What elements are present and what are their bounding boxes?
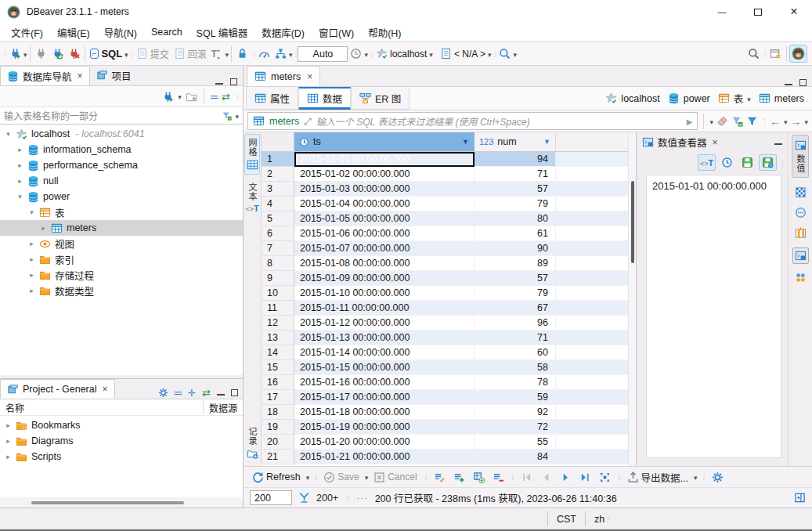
tree-item-Diagrams[interactable]: ▸Diagrams [0, 433, 243, 449]
tab-database-navigator[interactable]: 数据库导航 [0, 66, 90, 85]
tree-item-localhost[interactable]: ▾localhost- localhost:6041 [0, 126, 243, 142]
grid-cell-num[interactable]: 84 [475, 450, 556, 464]
grid-cell-ts[interactable]: 2015-01-12 00:00:00.000 [294, 316, 475, 331]
row-number-cell[interactable]: 17 [262, 390, 294, 405]
tree-item-表[interactable]: ▾表 [0, 204, 243, 220]
grid-cell-empty[interactable] [556, 271, 628, 286]
navigator-new-connection-button[interactable] [162, 91, 174, 103]
row-number-cell[interactable]: 13 [262, 331, 294, 345]
chevron-right-icon[interactable]: ▸ [16, 146, 23, 154]
menu-item-3[interactable]: Search [144, 25, 189, 39]
grid-cell-ts[interactable]: 2015-01-17 00:00:00.000 [294, 390, 475, 405]
history-button[interactable] [348, 45, 364, 62]
menu-item-6[interactable]: 窗口(W) [312, 23, 361, 42]
menu-item-4[interactable]: SQL 编辑器 [189, 23, 255, 42]
breadcrumb-dropdown[interactable] [747, 93, 751, 104]
tree-item-Bookmarks[interactable]: ▸Bookmarks [0, 417, 243, 433]
toggle-panels-button[interactable] [794, 492, 806, 504]
grid-vertical-scrollbar[interactable] [628, 132, 636, 466]
tree-item-存储过程[interactable]: ▸存储过程 [0, 267, 243, 283]
panel-tab-value[interactable]: 数值 [792, 135, 809, 178]
grid-cell-ts[interactable]: 2015-01-15 00:00:00.000 [294, 360, 475, 375]
grid-cell-empty[interactable] [556, 211, 628, 226]
grid-cell-empty[interactable] [556, 316, 628, 331]
quick-search-dropdown[interactable] [513, 49, 517, 60]
view-menu-grip[interactable] [234, 92, 240, 100]
collapse-all-icon[interactable] [211, 91, 218, 103]
row-number-cell[interactable]: 5 [262, 211, 294, 226]
chevron-right-icon[interactable]: ▸ [5, 437, 12, 445]
disconnect-button[interactable] [66, 45, 82, 62]
row-number-cell[interactable]: 19 [262, 420, 294, 435]
grid-cell-ts[interactable]: 2015-01-11 00:00:00.000 [294, 301, 475, 316]
grid-cell-num[interactable]: 67 [475, 301, 556, 316]
row-number-cell[interactable]: 8 [262, 256, 294, 271]
previous-row-button[interactable] [538, 469, 554, 486]
grid-cell-empty[interactable] [556, 241, 628, 256]
tree-item-power[interactable]: ▾power [0, 189, 243, 204]
presentation-tab-text[interactable]: 文本 <>T [244, 179, 259, 216]
grid-cell-empty[interactable] [556, 331, 628, 345]
grid-cell-ts[interactable]: 2015-01-03 00:00:00.000 [294, 182, 475, 197]
transaction-dropdown[interactable] [225, 49, 229, 60]
maximize-panel-icon[interactable] [231, 389, 238, 396]
grid-cell-num[interactable]: 94 [475, 152, 556, 167]
grid-cell-empty[interactable] [556, 167, 628, 182]
value-viewer-toggle-button[interactable] [792, 247, 809, 264]
grid-cell-num[interactable]: 60 [475, 345, 556, 360]
grid-cell-ts[interactable]: 2015-01-07 00:00:00.000 [294, 241, 475, 256]
navigator-new-connection-dropdown[interactable] [178, 91, 182, 102]
fetch-size-input[interactable]: 200 [250, 490, 292, 505]
tree-item-数据类型[interactable]: ▸数据类型 [0, 283, 243, 298]
grid-cell-num[interactable]: 79 [475, 197, 556, 211]
grid-cell-empty[interactable] [556, 420, 628, 435]
collapse-all-icon[interactable] [175, 387, 182, 399]
first-row-button[interactable] [518, 469, 535, 486]
grid-cell-num[interactable]: 90 [475, 241, 556, 256]
gear-icon[interactable] [158, 388, 168, 398]
grid-cell-empty[interactable] [556, 390, 628, 405]
panel-menu-grip[interactable] [779, 159, 785, 167]
row-number-cell[interactable]: 15 [262, 360, 294, 375]
network-button[interactable] [272, 45, 289, 62]
reconnect-button[interactable] [49, 45, 66, 62]
column-header-name[interactable]: 名称 [5, 401, 24, 414]
rollback-button[interactable]: 回滚 [171, 45, 209, 63]
minimize-panel-icon[interactable] [217, 390, 225, 396]
grid-cell-ts[interactable]: 2015-01-16 00:00:00.000 [294, 375, 475, 390]
row-number-cell[interactable]: 2 [262, 167, 294, 182]
grid-cell-ts[interactable]: 2015-01-13 00:00:00.000 [294, 331, 475, 345]
maximize-window-button[interactable] [740, 0, 776, 23]
chevron-down-icon[interactable]: ▾ [5, 130, 12, 138]
column-header-num[interactable]: 123 num [475, 132, 556, 151]
grid-cell-empty[interactable] [556, 301, 628, 316]
grid-cell-empty[interactable] [556, 197, 628, 211]
refresh-button[interactable]: Refresh [250, 469, 303, 486]
duplicate-row-button[interactable] [471, 469, 487, 486]
save-filter-button[interactable] [731, 115, 743, 127]
row-number-cell[interactable]: 6 [262, 226, 294, 241]
grid-cell-num[interactable]: 96 [475, 316, 556, 331]
menu-item-2[interactable]: 导航(N) [97, 23, 144, 42]
horizontal-scrollbar[interactable] [0, 497, 243, 508]
close-tab-icon[interactable] [307, 71, 312, 82]
last-row-button[interactable] [577, 469, 594, 486]
tab-project-general[interactable]: Project - General [0, 379, 115, 399]
grid-cell-num[interactable]: 92 [475, 405, 556, 420]
record-mode-toggle[interactable]: 记录 [245, 424, 259, 463]
minimize-panel-icon[interactable] [215, 79, 223, 85]
grid-cell-empty[interactable] [556, 405, 628, 420]
grid-cell-empty[interactable] [556, 345, 628, 360]
scrollbar-thumb[interactable] [31, 501, 184, 504]
save-dropdown[interactable] [365, 471, 369, 482]
references-panel-button[interactable] [796, 273, 806, 283]
column-header-ts[interactable]: ts [294, 132, 475, 151]
tab-properties[interactable]: 属性 [246, 87, 298, 110]
export-dropdown[interactable] [694, 471, 698, 482]
grid-cell-ts[interactable]: 2015-01-08 00:00:00.000 [294, 256, 475, 271]
grid-cell-num[interactable]: 89 [475, 256, 556, 271]
menu-item-7[interactable]: 帮助(H) [361, 23, 408, 42]
grid-cell-ts[interactable]: 2015-01-14 00:00:00.000 [294, 345, 475, 360]
export-data-button[interactable]: 导出数据... [625, 468, 691, 487]
grid-cell-num[interactable]: 61 [475, 226, 556, 241]
